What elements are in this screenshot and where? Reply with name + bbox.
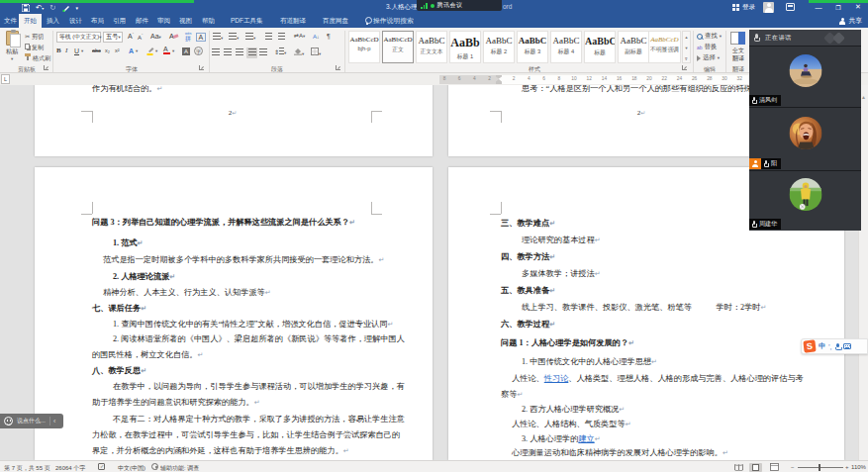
underline-caret[interactable]: ▾ [81,49,83,54]
subscript-button[interactable]: x₂ [105,48,110,54]
find-button[interactable]: 查找▾ [697,32,722,41]
tab-help[interactable]: 帮助 [202,14,215,28]
page-left[interactable]: 问题 3：列举自己知道的心理学流派，并解释这些流派之间是什么关系？ 1. 范式 … [35,167,433,460]
tab-home[interactable]: 开始 [19,14,42,28]
tab-youdao-translate[interactable]: 有道翻译 [280,14,306,28]
multilevel-list-button[interactable]: ▾ [245,33,255,42]
tab-review[interactable]: 审阅 [157,14,170,28]
distribute-button[interactable] [259,48,267,56]
font-size-combo[interactable]: 五号▾ [103,32,123,43]
zoom-slider[interactable] [798,467,843,468]
show-marks-button[interactable]: ¶ [327,33,331,40]
asian-layout-button[interactable]: ⇄A▾ [294,33,305,40]
phonetic-guide-button[interactable]: wén拼 [185,33,191,42]
shading-button[interactable]: ▾ [294,47,304,57]
ribbon-display-options-icon[interactable] [786,3,795,11]
chat-placeholder[interactable]: 说点什么... [17,417,46,425]
justify-button[interactable] [246,47,257,58]
web-layout-button[interactable] [768,463,781,472]
character-shading-button[interactable]: A [182,47,190,55]
minimize-button[interactable]: — [809,4,828,11]
enclose-characters-button[interactable]: 字 [194,47,203,55]
align-left-button[interactable] [212,48,220,56]
word-count[interactable]: 26064 个字 [55,464,85,472]
bullets-button[interactable]: ▾ [213,33,223,42]
video-tile[interactable]: 阳 [749,107,861,170]
tab-references[interactable]: 引用 [113,14,126,28]
print-layout-button[interactable] [749,463,762,472]
increase-indent-button[interactable] [278,33,285,41]
highlight-button[interactable] [146,47,154,56]
undo-icon[interactable]: ↶▾ [36,3,44,14]
full-translate-button-line2[interactable]: 翻译 [729,54,747,63]
numbering-button[interactable]: ▾ [229,33,239,42]
style-item[interactable]: AaBbC标题 [584,31,616,63]
text-effects-button[interactable]: A [129,47,134,54]
format-painter-button[interactable]: 格式刷 [25,53,50,61]
proofing-icon[interactable] [98,463,105,470]
sort-button[interactable]: A↓ [313,33,320,40]
character-border-button[interactable]: A [196,33,206,42]
style-item[interactable]: AaBbC副标题 [618,31,649,63]
zoom-in-button[interactable]: + [845,464,849,470]
font-color-button[interactable]: A [163,47,170,54]
font-family-combo[interactable]: 等线 (中文正文)▾ [56,32,101,43]
superscript-button[interactable]: x² [115,48,120,54]
tab-baidu-netdisk[interactable]: 百度网盘 [323,14,348,28]
ime-chinese-mode[interactable]: 中 [819,341,825,351]
video-tile[interactable]: 清风剑 [749,46,861,107]
paste-button[interactable]: 粘贴 [6,48,18,54]
pen-icon[interactable] [62,4,70,12]
close-button[interactable]: ✕ [848,3,868,11]
tab-mailings[interactable]: 邮件 [136,14,148,28]
style-item[interactable]: AaBbC标题 2 [483,31,515,63]
replace-button[interactable]: ab替换 [697,43,717,51]
sogou-logo-icon[interactable] [803,339,816,352]
meeting-chat-pill[interactable]: 说点什么... ‹ [0,414,63,428]
tab-layout[interactable]: 布局 [91,14,104,28]
paste-dropdown-caret[interactable]: ▾ [11,57,13,62]
meeting-video-panel[interactable]: 正在讲话 清风剑 [749,30,861,231]
zoom-slider-thumb[interactable] [819,464,820,471]
style-item[interactable]: AaBb标题 1 [449,31,481,63]
line-spacing-button[interactable]: ⇕▾ [274,47,286,56]
clear-formatting-button[interactable]: A [169,33,179,40]
sign-in-button[interactable]: 登录 [732,3,755,12]
qat-customize-icon[interactable]: ▾ [76,3,79,13]
style-item-selected[interactable]: AaBbCcD正文 [382,31,414,63]
tab-insert[interactable]: 插入 [47,14,59,28]
zoom-out-button[interactable]: − [791,464,795,470]
style-item[interactable]: AaBbCcDbjh-p [348,31,380,63]
text-effects-caret[interactable]: ▾ [136,49,138,54]
strikethrough-button[interactable]: abc [92,48,101,54]
tab-stop-selector[interactable]: L [1,74,10,84]
decrease-indent-button[interactable] [265,33,272,41]
read-mode-button[interactable] [732,463,745,472]
italic-button[interactable]: I [65,47,67,54]
video-tile[interactable]: 周建华 [749,170,861,231]
font-dialog-launcher[interactable] [199,65,204,70]
redo-icon[interactable]: ↻ [49,3,55,13]
highlight-caret[interactable]: ▾ [155,49,157,54]
save-icon[interactable] [22,4,30,12]
zoom-level[interactable]: 110% [851,464,866,470]
clipboard-dialog-launcher[interactable] [44,65,48,70]
language-indicator[interactable]: 中文(中国) [118,464,145,472]
tab-view[interactable]: 视图 [179,14,192,28]
tell-me-search[interactable]: 操作说明搜索 [364,14,414,28]
account-avatar[interactable] [763,2,774,13]
ime-mic-icon[interactable] [835,343,840,350]
bold-button[interactable]: B [56,47,61,54]
collapse-chevron-icon[interactable]: ‹ [53,418,55,425]
cut-button[interactable]: ✂ 剪切 [25,34,44,40]
scroll-up-icon[interactable]: ▲ [861,94,866,100]
tab-pdf-tools[interactable]: PDF工具集 [231,14,263,28]
meeting-status-pill[interactable]: 腾讯会议 [417,0,502,11]
accessibility-status[interactable]: 辅助功能: 调查 [160,464,199,472]
select-button[interactable]: 选择▾ [697,53,720,62]
page-left-top[interactable]: 作为有机结合的。 2 [35,85,433,156]
style-item[interactable]: AaBbC标题 3 [517,31,548,63]
style-item[interactable]: AaBbCcD不明显强调 [648,31,681,63]
emoji-icon[interactable] [4,417,13,425]
change-case-button[interactable]: Aa▾ [150,33,161,41]
